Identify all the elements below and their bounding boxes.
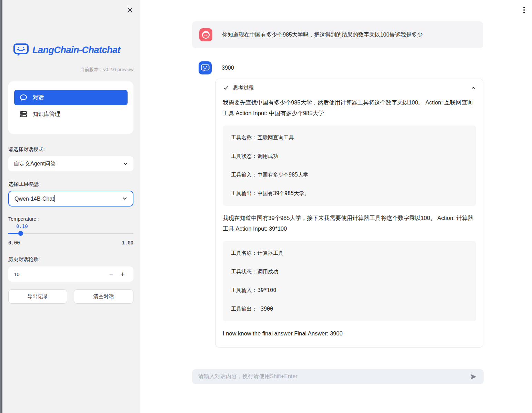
close-icon <box>127 7 133 13</box>
face-icon <box>201 30 210 39</box>
kebab-menu-icon <box>523 7 525 8</box>
chat-icon <box>20 94 27 101</box>
slider-max-label: 1.00 <box>122 240 133 245</box>
expander-header[interactable]: 思考过程 <box>216 79 483 94</box>
sidebar-item-label: 对话 <box>33 94 44 101</box>
slider-min-label: 0.00 <box>8 240 20 245</box>
tool-row: 工具名称：互联网查询工具 <box>231 134 468 141</box>
tool-row: 工具输入：39*100 <box>231 287 468 294</box>
assistant-answer-text: 3900 <box>222 65 234 71</box>
send-button[interactable] <box>469 372 478 382</box>
llm-model-label: 选择LLM模型: <box>8 181 39 188</box>
assistant-avatar <box>199 61 212 74</box>
dialog-mode-value: 自定义Agent问答 <box>14 160 122 168</box>
clear-dialogue-button[interactable]: 清空对话 <box>74 289 133 304</box>
thought-paragraph: 我需要先查找中国有多少个985大学，然后使用计算器工具将这个数字乘以100。 A… <box>223 97 476 119</box>
chevron-up-icon <box>471 85 476 91</box>
dialog-mode-label: 请选择对话模式: <box>8 146 45 153</box>
sidebar-nav-card: 对话 知识库管理 <box>8 81 133 134</box>
tool-row: 工具输出： 3900 <box>231 305 468 313</box>
user-message: 你知道现在中国有多少个985大学吗，把这得到的结果的数字乘以100告诉我是多少 <box>192 21 483 48</box>
window-edge <box>0 0 2 413</box>
temperature-slider-thumb[interactable] <box>18 231 23 236</box>
sidebar: LangChain-Chatchat 当前版本：v0.2.6-preview 对… <box>2 0 140 413</box>
text-caret <box>54 195 55 202</box>
tool-row: 工具名称：计算器工具 <box>231 250 468 257</box>
thought-process-expander: 思考过程 我需要先查找中国有多少个985大学，然后使用计算器工具将这个数字乘以1… <box>215 79 483 347</box>
chat-bubble-smiley-icon <box>13 43 29 57</box>
database-icon <box>20 111 27 118</box>
chat-bubble-smiley-icon <box>201 64 210 72</box>
user-avatar <box>199 28 212 41</box>
user-message-text: 你知道现在中国有多少个985大学吗，把这得到的结果的数字乘以100告诉我是多少 <box>222 31 422 39</box>
expander-title: 思考过程 <box>233 84 466 91</box>
chat-input-placeholder: 请输入对话内容，换行请使用Shift+Enter <box>198 373 469 380</box>
version-text: 当前版本：v0.2.6-preview <box>80 67 133 73</box>
app-window: LangChain-Chatchat 当前版本：v0.2.6-preview 对… <box>0 0 532 413</box>
assistant-message: 3900 <box>199 61 234 74</box>
tool-row: 工具输入：中国有多少个985大学 <box>231 171 468 179</box>
increment-button[interactable]: + <box>117 268 129 280</box>
llm-model-select[interactable]: Qwen-14B-Chat <box>8 191 133 206</box>
sidebar-item-label: 知识库管理 <box>33 111 60 118</box>
chevron-down-icon <box>122 161 129 167</box>
export-records-button[interactable]: 导出记录 <box>8 289 67 304</box>
logo: LangChain-Chatchat <box>13 43 120 57</box>
chevron-down-icon <box>122 195 128 202</box>
temperature-value: 0.10 <box>16 223 28 229</box>
tool-call-status: 工具名称：计算器工具 工具状态：调用成功 工具输入：39*100 工具输出： 3… <box>223 241 476 321</box>
decrement-button[interactable]: − <box>105 268 117 280</box>
llm-model-value: Qwen-14B-Chat <box>14 195 122 202</box>
thought-paragraph: 我现在知道中国有39个985大学，接下来我需要使用计算器工具将这个数字乘以100… <box>223 213 476 234</box>
expander-body: 我需要先查找中国有多少个985大学，然后使用计算器工具将这个数字乘以100。 A… <box>216 97 483 347</box>
sidebar-close-button[interactable] <box>126 6 134 14</box>
dialog-mode-select[interactable]: 自定义Agent问答 <box>8 156 133 171</box>
history-rounds-label: 历史对话轮数: <box>8 256 40 263</box>
final-answer-text: I now know the final answer Final Answer… <box>223 328 476 339</box>
app-title: LangChain-Chatchat <box>32 45 120 56</box>
temperature-slider[interactable] <box>8 230 133 236</box>
sidebar-item-knowledge-base[interactable]: 知识库管理 <box>14 107 128 121</box>
sidebar-item-dialogue[interactable]: 对话 <box>14 90 128 105</box>
history-rounds-input[interactable]: 10 − + <box>8 266 133 282</box>
chat-area: 你知道现在中国有多少个985大学吗，把这得到的结果的数字乘以100告诉我是多少 … <box>140 0 532 413</box>
tool-row: 工具输出：中国有39个985大学。 <box>231 190 468 197</box>
send-icon <box>470 373 477 381</box>
history-rounds-value: 10 <box>14 271 105 277</box>
chat-input[interactable]: 请输入对话内容，换行请使用Shift+Enter <box>192 369 484 384</box>
temperature-label: Temperature： <box>8 216 41 222</box>
tool-row: 工具状态：调用成功 <box>231 268 468 275</box>
tool-row: 工具状态：调用成功 <box>231 153 468 160</box>
tool-call-status: 工具名称：互联网查询工具 工具状态：调用成功 工具输入：中国有多少个985大学 … <box>223 125 476 206</box>
slider-track[interactable] <box>8 233 133 234</box>
check-icon <box>223 85 229 91</box>
app-menu-button[interactable] <box>520 6 528 14</box>
